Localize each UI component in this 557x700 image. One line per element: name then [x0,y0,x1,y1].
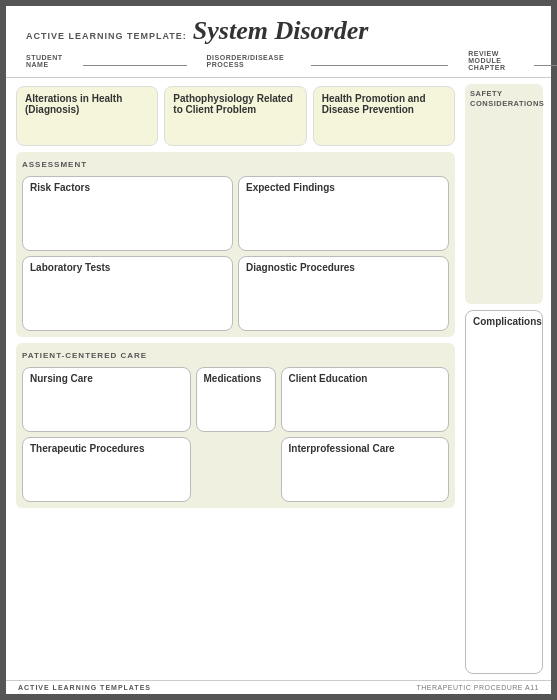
risk-factors-card: Risk Factors [22,176,233,251]
review-line[interactable] [534,56,557,66]
assessment-section: ASSESSMENT Risk Factors Expected Finding… [16,152,455,337]
review-label: REVIEW MODULE CHAPTER [468,50,530,71]
safety-section: SAFETY CONSIDERATIONS [465,84,543,304]
assessment-header: ASSESSMENT [22,160,449,169]
footer-right: THERAPEUTIC PROCEDURE A11 [416,684,539,691]
safety-label: SAFETY CONSIDERATIONS [470,89,538,109]
student-name-line[interactable] [83,56,186,66]
top-card-0: Alterations in Health (Diagnosis) [16,86,158,146]
left-section: Alterations in Health (Diagnosis) Pathop… [6,78,461,680]
assessment-row-2: Laboratory Tests Diagnostic Procedures [22,256,449,331]
nursing-care-card: Nursing Care [22,367,191,432]
student-name-label: STUDENT NAME [26,54,79,68]
top-cards-row: Alterations in Health (Diagnosis) Pathop… [16,86,455,146]
right-section: SAFETY CONSIDERATIONS Complications [461,78,551,680]
patient-bottom-row: Therapeutic Procedures Interprofessional… [22,437,449,502]
disorder-label: DISORDER/DISEASE PROCESS [207,54,308,68]
header: ACTIVE LEARNING TEMPLATE: System Disorde… [6,6,551,78]
top-card-1: Pathophysiology Related to Client Proble… [164,86,306,146]
footer-left: ACTIVE LEARNING TEMPLATES [18,684,151,691]
complications-card: Complications [465,310,543,674]
disorder-field: DISORDER/DISEASE PROCESS [207,54,449,68]
review-field: REVIEW MODULE CHAPTER [468,50,557,71]
page: ACTIVE LEARNING TEMPLATE: System Disorde… [0,0,557,700]
patient-care-section: PATIENT-CENTERED CARE Nursing Care Medic… [16,343,455,508]
client-education-card: Client Education [281,367,450,432]
expected-findings-card: Expected Findings [238,176,449,251]
therapeutic-procedures-card: Therapeutic Procedures [22,437,191,502]
medications-card: Medications [196,367,276,432]
template-label: ACTIVE LEARNING TEMPLATE: [26,31,187,41]
patient-top-row: Nursing Care Medications Client Educatio… [22,367,449,432]
laboratory-tests-card: Laboratory Tests [22,256,233,331]
footer: ACTIVE LEARNING TEMPLATES THERAPEUTIC PR… [6,680,551,694]
disorder-line[interactable] [311,56,448,66]
spacer [196,437,276,502]
patient-care-header: PATIENT-CENTERED CARE [22,351,449,360]
main-content: Alterations in Health (Diagnosis) Pathop… [6,78,551,680]
interprofessional-care-card: Interprofessional Care [281,437,450,502]
page-title: System Disorder [193,16,369,46]
student-name-field: STUDENT NAME [26,54,187,68]
diagnostic-procedures-card: Diagnostic Procedures [238,256,449,331]
assessment-row-1: Risk Factors Expected Findings [22,176,449,251]
top-card-2: Health Promotion and Disease Prevention [313,86,455,146]
